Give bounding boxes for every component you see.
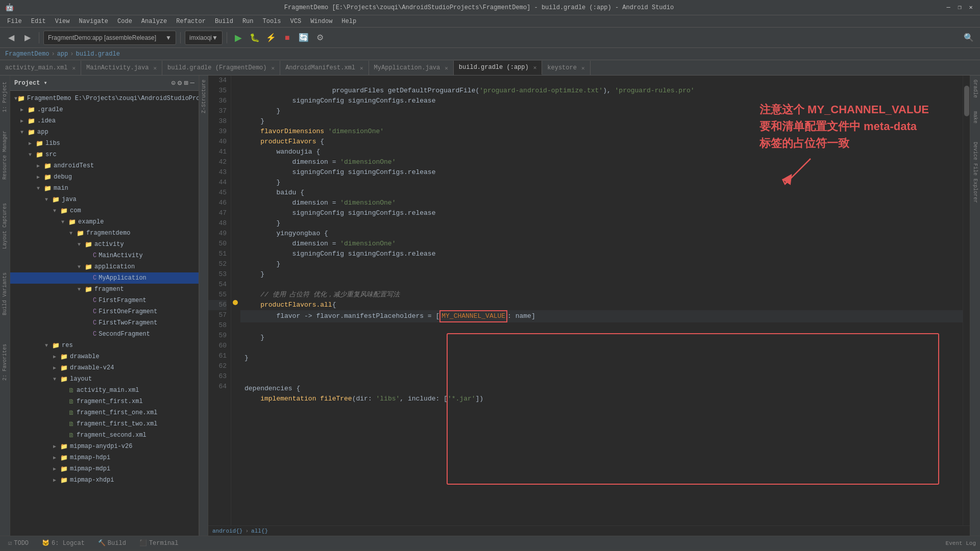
tree-main-folder[interactable]: ▼ 📁 main: [10, 183, 199, 194]
tree-mipmap-mdpi-folder[interactable]: ▶ 📁 mipmap-mdpi: [10, 463, 199, 474]
menu-item-navigate[interactable]: Navigate: [75, 17, 112, 26]
tab-close-icon[interactable]: ✕: [272, 65, 275, 71]
tree-mipmap-xhdpi-folder[interactable]: ▶ 📁 mipmap-xhdpi: [10, 474, 199, 486]
code-editor[interactable]: proguardFiles getDefaultProguardFile('pr…: [240, 76, 963, 525]
tab-build-gradle-app[interactable]: build.gradle (:app) ✕: [454, 61, 542, 75]
tree-src-folder[interactable]: ▼ 📁 src: [10, 149, 199, 160]
tab-build-gradle-fragmentdemo[interactable]: build.gradle (FragmentDemo) ✕: [162, 61, 280, 75]
menu-item-code[interactable]: Code: [113, 17, 136, 26]
tree-drawable-v24-folder[interactable]: ▶ 📁 drawable-v24: [10, 362, 199, 373]
tab-close-icon[interactable]: ✕: [360, 65, 363, 71]
tab-close-icon[interactable]: ✕: [153, 65, 157, 71]
menu-item-edit[interactable]: Edit: [27, 17, 50, 26]
maximize-button[interactable]: ❐: [955, 4, 964, 12]
tree-activity-folder[interactable]: ▼ 📁 activity: [10, 239, 199, 250]
editor-breadcrumb-android[interactable]: android{}: [212, 528, 242, 534]
tree-example-folder[interactable]: ▼ 📁 example: [10, 216, 199, 228]
profile-button[interactable]: ⚡: [264, 31, 278, 45]
bottom-tab-logcat[interactable]: 🐱 6: Logcat: [38, 538, 89, 548]
breadcrumb-file[interactable]: build.gradle: [76, 51, 119, 58]
tree-fragment-first-one-xml[interactable]: ▶ 🗎 fragment_first_one.xml: [10, 407, 199, 418]
forward-button[interactable]: ▶: [20, 31, 35, 45]
tree-mipmap-hdpi-folder[interactable]: ▶ 📁 mipmap-hdpi: [10, 452, 199, 463]
close-button[interactable]: ✕: [967, 4, 975, 12]
search-everywhere-button[interactable]: 🔍: [962, 31, 976, 45]
project-panel-toggle[interactable]: 1: Project: [1, 78, 9, 116]
tree-root[interactable]: ▼ 📁 FragmentDemo E:\Projects\zouqi\Andro…: [10, 93, 199, 104]
minimize-button[interactable]: —: [944, 4, 952, 12]
tree-layout-folder[interactable]: ▼ 📁 layout: [10, 373, 199, 385]
collapse-panel-icon[interactable]: —: [190, 79, 194, 87]
tree-gradle-folder[interactable]: ▶ 📁 .gradle: [10, 104, 199, 115]
tab-close-icon[interactable]: ✕: [445, 65, 448, 71]
menu-item-run[interactable]: Run: [238, 17, 258, 26]
tab-mainactivity-java[interactable]: MainActivity.java ✕: [81, 61, 162, 75]
tree-activity-main-xml[interactable]: ▶ 🗎 activity_main.xml: [10, 385, 199, 396]
menu-item-refactor[interactable]: Refactor: [172, 17, 210, 26]
resource-manager-toggle[interactable]: Resource Manager: [1, 127, 9, 184]
make-panel-toggle[interactable]: make: [971, 107, 979, 128]
bottom-tab-todo[interactable]: ☑ TODO: [4, 538, 33, 548]
expand-all-icon[interactable]: ⊞: [184, 79, 188, 87]
tree-fragment-first-xml[interactable]: ▶ 🗎 fragment_first.xml: [10, 396, 199, 407]
menu-item-vcs[interactable]: VCS: [286, 17, 306, 26]
user-dropdown[interactable]: imxiaoqi ▼: [185, 31, 223, 45]
back-button[interactable]: ◀: [4, 31, 18, 45]
tab-keystore[interactable]: keystore ✕: [542, 61, 590, 75]
tree-drawable-folder[interactable]: ▶ 📁 drawable: [10, 351, 199, 362]
editor-breadcrumb-all[interactable]: all{}: [251, 528, 268, 534]
tree-java-folder[interactable]: ▼ 📁 java: [10, 194, 199, 205]
tree-fragment-folder[interactable]: ▼ 📁 fragment: [10, 284, 199, 295]
breadcrumb-project[interactable]: FragmentDemo: [5, 51, 49, 58]
tree-application-folder[interactable]: ▼ 📁 application: [10, 261, 199, 272]
z-structure-toggle[interactable]: Z-Structure: [200, 76, 208, 117]
tree-mainactivity-file[interactable]: ▶ C MainActivity: [10, 250, 199, 261]
settings-icon[interactable]: ⚙: [178, 79, 182, 87]
sync-button[interactable]: 🔄: [297, 31, 311, 45]
gradle-sync-icon[interactable]: ⚙: [313, 31, 327, 45]
event-log-label[interactable]: Event Log: [946, 540, 976, 546]
menu-item-tools[interactable]: Tools: [259, 17, 285, 26]
run-button[interactable]: ▶: [231, 31, 246, 45]
run-config-dropdown[interactable]: FragmentDemo:app [assembleRelease] ▼: [43, 31, 176, 45]
tree-debug-folder[interactable]: ▶ 📁 debug: [10, 171, 199, 183]
tab-close-icon[interactable]: ✕: [533, 64, 537, 71]
tree-fragment-second-xml[interactable]: ▶ 🗎 fragment_second.xml: [10, 430, 199, 441]
menu-item-build[interactable]: Build: [211, 17, 237, 26]
tree-idea-folder[interactable]: ▶ 📁 .idea: [10, 115, 199, 127]
tree-fragment-first-two-xml[interactable]: ▶ 🗎 fragment_first_two.xml: [10, 418, 199, 430]
tree-mipmap-anydpi-folder[interactable]: ▶ 📁 mipmap-anydpi-v26: [10, 441, 199, 452]
device-file-explorer-toggle[interactable]: Device File Explorer: [971, 138, 979, 207]
favorites-toggle[interactable]: 2: Favorites: [1, 340, 9, 385]
tree-firstonefragment-file[interactable]: ▶ C FirstOneFragment: [10, 306, 199, 317]
bottom-tab-build[interactable]: 🔨 Build: [94, 538, 130, 548]
tab-close-icon[interactable]: ✕: [581, 65, 585, 71]
tab-myapplication-java[interactable]: MyApplication.java ✕: [369, 61, 454, 75]
tab-androidmanifest-xml[interactable]: AndroidManifest.xml ✕: [280, 61, 369, 75]
tab-close-icon[interactable]: ✕: [72, 65, 76, 71]
tree-myapplication-file[interactable]: ▶ C MyApplication: [10, 272, 199, 284]
menu-item-help[interactable]: Help: [337, 17, 360, 26]
tree-com-folder[interactable]: ▼ 📁 com: [10, 205, 199, 216]
scrollbar-thumb[interactable]: [964, 86, 969, 116]
menu-item-file[interactable]: File: [3, 17, 26, 26]
debug-button[interactable]: 🐛: [248, 31, 262, 45]
tree-fragmentdemo-folder[interactable]: ▼ 📁 fragmentdemo: [10, 228, 199, 239]
tree-libs-folder[interactable]: ▶ 📁 libs: [10, 138, 199, 149]
tree-secondfragment-file[interactable]: ▶ C SecondFragment: [10, 329, 199, 340]
build-variants-toggle[interactable]: Build Variants: [1, 268, 9, 319]
gradle-panel-toggle[interactable]: Gradle: [971, 76, 979, 102]
menu-item-analyze[interactable]: Analyze: [137, 17, 171, 26]
tab-activity-main-xml[interactable]: activity_main.xml ✕: [0, 61, 81, 75]
menu-item-view[interactable]: View: [51, 17, 74, 26]
tree-res-folder[interactable]: ▼ 📁 res: [10, 340, 199, 351]
menu-item-window[interactable]: Window: [306, 17, 336, 26]
vertical-scrollbar[interactable]: [963, 76, 970, 525]
tree-firstfragment-file[interactable]: ▶ C FirstFragment: [10, 295, 199, 306]
tree-firsttwofragment-file[interactable]: ▶ C FirstTwoFragment: [10, 317, 199, 329]
bottom-tab-terminal[interactable]: ⬛ Terminal: [135, 538, 183, 548]
stop-button[interactable]: ■: [280, 31, 295, 45]
breadcrumb-app[interactable]: app: [57, 51, 68, 58]
tree-app-folder[interactable]: ▼ 📁 app: [10, 127, 199, 138]
tree-androidtest-folder[interactable]: ▶ 📁 androidTest: [10, 160, 199, 171]
